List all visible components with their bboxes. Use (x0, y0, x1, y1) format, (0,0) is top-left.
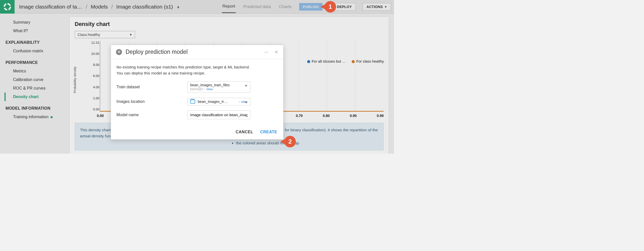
modal-title: Deploy prediction model (126, 49, 188, 55)
dataset-view-link[interactable]: View (206, 88, 213, 91)
modal-msg-line1: No existing training recipe matches this… (116, 64, 278, 70)
hammer-icon: ⚒ (116, 49, 122, 55)
modal-window-controls: — ✕ (264, 49, 278, 55)
modal-footer: CANCEL CREATE (111, 126, 283, 139)
images-location-select[interactable]: bean_images_tr… – view ▼ (187, 98, 250, 105)
modal-message: No existing training recipe matches this… (116, 64, 278, 76)
dataset-sub-prefix: DATASET - (190, 88, 206, 91)
annotation-callout-1: 1 (325, 1, 336, 13)
modal-header: ⚒ Deploy prediction model — ✕ (111, 45, 283, 59)
images-location-value: bean_images_tr… (198, 100, 228, 104)
images-location-label: Images location (116, 99, 187, 104)
train-dataset-value: bean_images_train_files (190, 83, 230, 87)
cancel-button[interactable]: CANCEL (236, 130, 253, 134)
train-dataset-label: Train dataset (116, 85, 187, 89)
row-images-location: Images location bean_images_tr… – view ▼ (116, 98, 278, 105)
folder-icon (190, 100, 195, 104)
create-button[interactable]: CREATE (260, 130, 277, 134)
row-model-name: Model name (116, 110, 278, 119)
model-name-label: Model name (116, 113, 187, 117)
annotation-callout-2: 2 (284, 136, 296, 147)
chevron-down-icon: ▼ (245, 84, 248, 88)
row-train-dataset: Train dataset bean_images_train_files DA… (116, 81, 278, 93)
modal-msg-line2: You can deploy this model as a new train… (116, 70, 278, 76)
model-name-input[interactable] (187, 110, 250, 119)
chevron-down-icon: ▼ (245, 101, 248, 104)
train-dataset-sub: DATASET - View (190, 88, 230, 91)
modal-body: No existing training recipe matches this… (111, 59, 283, 126)
train-dataset-select[interactable]: bean_images_train_files DATASET - View ▼ (187, 81, 250, 93)
close-icon[interactable]: ✕ (274, 49, 278, 55)
minimize-icon[interactable]: — (264, 49, 268, 55)
deploy-modal: ⚒ Deploy prediction model — ✕ No existin… (111, 45, 284, 140)
